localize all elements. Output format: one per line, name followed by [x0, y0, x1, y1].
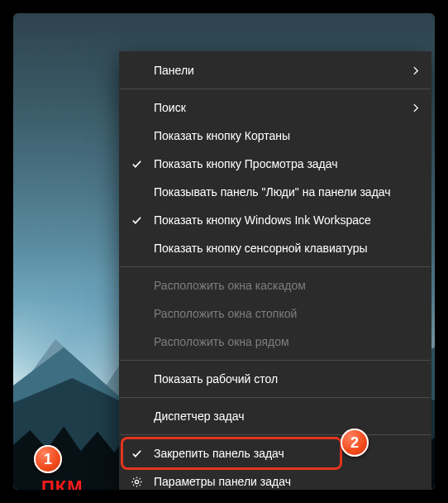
desktop-area: Панели Поиск Показать кнопку Кортаны — [13, 13, 435, 490]
menu-item-label: Показать кнопку Просмотра задач — [154, 157, 338, 170]
menu-item-cascade-windows: Расположить окна каскадом — [119, 271, 431, 299]
menu-item-label: Расположить окна рядом — [154, 335, 289, 348]
menu-item-label: Показывать панель "Люди" на панели задач — [154, 185, 391, 199]
menu-item-taskbar-settings[interactable]: Параметры панели задач — [119, 467, 431, 490]
menu-item-task-view-button[interactable]: Показать кнопку Просмотра задач — [119, 150, 431, 178]
menu-item-label: Расположить окна каскадом — [154, 279, 306, 292]
screenshot-stage: Панели Поиск Показать кнопку Кортаны — [0, 0, 448, 503]
menu-item-side-by-side-windows: Расположить окна рядом — [119, 328, 431, 356]
menu-item-lock-taskbar[interactable]: Закрепить панель задач — [119, 439, 431, 467]
menu-item-search[interactable]: Поиск — [119, 93, 431, 122]
check-icon — [131, 214, 142, 226]
taskbar-context-menu: Панели Поиск Показать кнопку Кортаны — [119, 51, 431, 490]
chevron-right-icon — [412, 65, 420, 76]
menu-separator — [120, 434, 431, 435]
menu-item-label: Расположить окна стопкой — [154, 307, 297, 320]
menu-item-label: Панели — [154, 64, 194, 77]
menu-item-stack-windows: Расположить окна стопкой — [119, 299, 431, 328]
menu-item-touch-keyboard[interactable]: Показать кнопку сенсорной клавиатуры — [119, 234, 431, 262]
menu-item-ink-workspace[interactable]: Показать кнопку Windows Ink Workspace — [119, 206, 431, 234]
check-icon — [131, 448, 142, 459]
menu-item-label: Закрепить панель задач — [154, 447, 284, 460]
check-icon — [131, 158, 142, 170]
gear-icon — [129, 474, 144, 489]
menu-item-label: Показать кнопку Windows Ink Workspace — [154, 213, 371, 227]
annotation-badge-2: 2 — [341, 429, 369, 457]
menu-separator — [120, 89, 431, 89]
menu-item-label: Диспетчер задач — [154, 410, 245, 423]
menu-separator — [120, 266, 431, 267]
menu-item-cortana-button[interactable]: Показать кнопку Кортаны — [119, 122, 431, 150]
menu-item-label: Параметры панели задач — [154, 475, 291, 488]
menu-separator — [120, 360, 431, 361]
chevron-right-icon — [412, 102, 420, 113]
annotation-rcm-label: ПКМ — [41, 477, 83, 490]
annotation-badge-1: 1 — [34, 445, 62, 473]
menu-item-label: Показать кнопку Кортаны — [154, 129, 290, 142]
menu-separator — [120, 397, 431, 398]
menu-item-task-manager[interactable]: Диспетчер задач — [119, 402, 431, 430]
menu-item-label: Показать рабочий стол — [154, 372, 278, 386]
menu-item-people-bar[interactable]: Показывать панель "Люди" на панели задач — [119, 178, 431, 206]
menu-item-toolbars[interactable]: Панели — [119, 56, 431, 84]
svg-point-0 — [135, 480, 138, 483]
menu-item-show-desktop[interactable]: Показать рабочий стол — [119, 365, 431, 393]
menu-item-label: Показать кнопку сенсорной клавиатуры — [154, 242, 368, 255]
menu-item-label: Поиск — [154, 101, 186, 114]
